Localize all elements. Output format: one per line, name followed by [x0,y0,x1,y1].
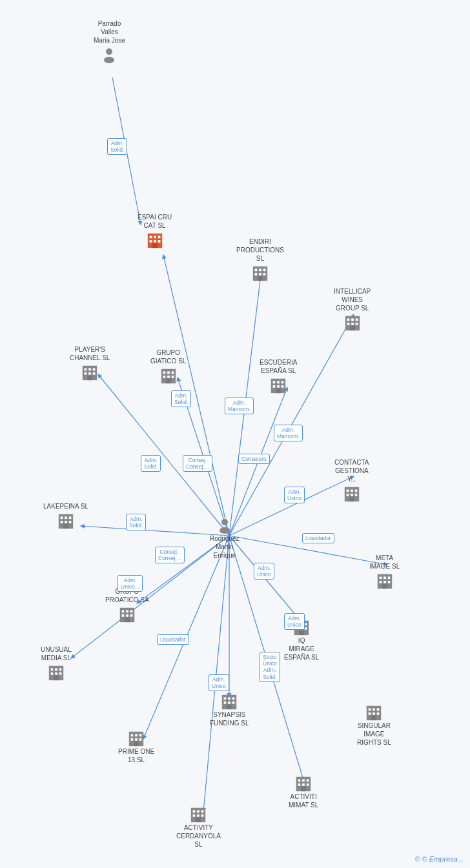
node-unusual: UNUSUALMEDIA SL [41,645,72,681]
svg-rect-20 [149,236,152,238]
svg-rect-123 [232,701,235,704]
svg-rect-147 [307,783,309,786]
svg-rect-26 [152,243,157,248]
building-icon-activity-cerdanyola [189,805,207,823]
svg-point-17 [106,48,112,55]
svg-rect-92 [382,584,387,589]
building-icon-proatico [118,605,136,623]
svg-rect-29 [259,268,261,271]
svg-rect-79 [61,521,63,523]
svg-rect-65 [281,385,284,388]
svg-rect-115 [59,672,62,675]
node-singular: SINGULARIMAGERIGHTS SL [357,703,391,748]
badge-adm-unico-proatico[interactable]: Adm.Unico... [118,575,143,592]
svg-rect-99 [130,614,132,617]
svg-rect-60 [273,381,276,383]
badge-consej-consej2[interactable]: Consej..Consej.... [155,547,185,563]
badge-adm-solid-giatico[interactable]: Adm.Solid. [171,390,191,407]
svg-rect-142 [298,779,301,782]
building-icon-escuderia [269,376,287,394]
svg-rect-50 [87,376,92,380]
svg-rect-144 [307,779,309,782]
svg-rect-111 [55,668,57,671]
svg-rect-89 [379,581,382,583]
svg-rect-130 [135,738,138,741]
badge-consej-consej[interactable]: Consej.Consej.... [183,455,212,472]
badge-liquidador-unusual[interactable]: Liquidador [157,634,189,645]
svg-rect-86 [379,576,382,579]
graph-container: Parrado Valles Maria Jose Adm.Solid. ESP… [0,0,470,868]
svg-rect-74 [349,497,354,501]
svg-rect-135 [373,708,376,711]
svg-rect-121 [224,701,227,704]
svg-rect-61 [277,381,280,383]
badge-adm-unico-contacta[interactable]: Adm.Unico [284,487,305,503]
badge-adm-unico-iq[interactable]: Adm.Unico [284,613,305,630]
svg-rect-82 [63,524,68,529]
building-icon-lakepeina [57,512,75,530]
building-icon-espai-cru [146,231,164,249]
svg-rect-81 [69,521,72,523]
badge-adm-solid-parrado[interactable]: Adm.Solid. [107,138,127,155]
svg-rect-91 [387,581,390,583]
svg-rect-56 [167,376,170,378]
svg-rect-38 [355,318,358,321]
badge-adm-unico-synapsis[interactable]: Adm.Unico [209,674,229,691]
svg-rect-132 [134,742,138,746]
svg-rect-64 [277,385,280,388]
svg-rect-96 [130,610,132,612]
badge-adm-mancom-1[interactable]: Adm.Mancom. [225,398,254,414]
svg-rect-116 [54,676,58,680]
badge-socio-unico[interactable]: SocioÚnicoAdm.Solid. [260,652,280,682]
svg-rect-32 [259,273,261,276]
node-escuderia: ESCUDERIAESPAÑA SL [260,358,297,394]
badge-adm-unico-meta[interactable]: Adm.Unico [254,563,274,580]
svg-rect-156 [196,818,201,822]
svg-rect-30 [263,268,266,271]
svg-rect-28 [255,268,258,271]
badge-liquidador-meta[interactable]: Liquidador [302,533,334,543]
svg-rect-41 [355,323,358,325]
svg-rect-23 [149,240,152,243]
svg-rect-66 [276,389,280,393]
svg-rect-94 [121,610,124,612]
node-activity-cerdanyola: ACTIVITYCERDANYOLASL [176,805,221,850]
svg-rect-45 [88,368,91,370]
svg-rect-48 [88,372,91,375]
svg-rect-69 [351,489,353,492]
svg-rect-78 [69,516,72,519]
svg-rect-22 [158,236,160,238]
svg-rect-154 [198,814,200,817]
svg-rect-134 [369,708,371,711]
watermark-text: © Empresa... [422,855,464,863]
building-icon-endiri [251,264,269,282]
svg-rect-113 [50,672,53,675]
badge-adm-mancom-2[interactable]: Adm.Mancom. [274,425,303,441]
svg-rect-145 [298,783,301,786]
node-prime-one: PRIME ONE13 SL [118,729,154,765]
svg-rect-52 [163,371,165,374]
building-icon-activiti-mimat [294,774,312,792]
building-icon-unusual [47,663,65,681]
building-icon-meta-image [376,572,394,590]
connection-lines [0,0,470,868]
svg-rect-70 [354,489,357,492]
svg-point-84 [220,527,230,534]
badge-adm-solid-lakepeina[interactable]: Adm.Solid. [126,514,146,530]
svg-rect-138 [373,712,376,715]
badge-adm-solid-center1[interactable]: Adm.Solid. [141,455,161,472]
svg-rect-71 [346,494,349,496]
svg-rect-90 [383,581,386,583]
svg-rect-124 [227,705,232,709]
svg-rect-108 [299,631,303,635]
svg-rect-151 [198,810,200,812]
svg-rect-110 [50,668,53,671]
svg-rect-55 [163,376,165,378]
person-icon-parrado [100,46,118,64]
svg-rect-153 [193,814,196,817]
badge-consejero[interactable]: Consejero [238,454,270,464]
svg-rect-21 [154,236,156,238]
building-icon-prime-one [127,729,145,747]
svg-rect-42 [350,326,354,330]
building-icon-synapsis [220,692,238,711]
